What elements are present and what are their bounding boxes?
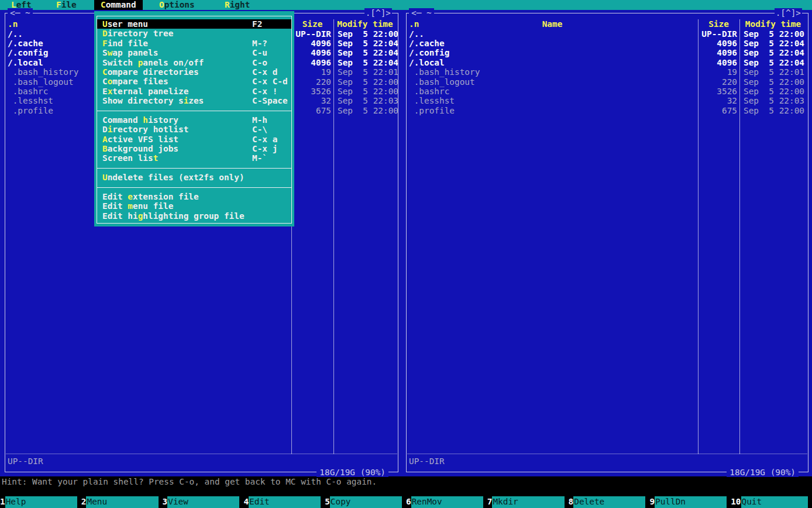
menu-item-swap-panels[interactable]: Swap panelsC-u [97,48,291,57]
menu-bar: LeftFileCommandOptionsRight [0,0,812,10]
hotkey-letter: i [108,125,113,134]
menu-item-background-jobs[interactable]: Background jobsC-x j [97,144,291,153]
menu-item-find-file[interactable]: Find fileM-? [97,39,291,48]
fkey-number: 7 [487,496,493,508]
shell-prompt-line[interactable]: midnight@commander:~$ [2,486,129,496]
file-row[interactable]: /.config4096Sep 5 22:04 [407,48,808,57]
file-row[interactable]: .profile675Sep 5 22:00 [407,106,808,115]
menu-item-undelete-files-ext2fs-only[interactable]: Undelete files (ext2fs only) [97,173,291,182]
panel-path[interactable]: <─ ~ [409,8,434,18]
file-name: .bash_history [409,67,480,77]
file-size: 675 [699,106,737,115]
menu-item-compare-files[interactable]: Compare filesC-x C-d [97,77,291,86]
file-row[interactable]: /.local4096Sep 5 22:04 [407,58,808,67]
file-mtime: Sep 5 22:04 [338,48,398,57]
menu-item-shortcut: C-x C-d [252,77,288,86]
file-row[interactable]: .bashrc3526Sep 5 22:00 [407,87,808,96]
file-mtime: Sep 5 22:04 [744,48,804,57]
menu-item-user-menu[interactable]: User menuF2 [97,19,291,29]
file-size: 4096 [292,39,331,48]
file-name: .profile [8,106,53,115]
fkey-8-delete[interactable]: 8Delete [569,496,650,508]
fkey-label: Delete [573,496,645,508]
file-name: .bashrc [8,87,48,96]
fkey-number: 8 [569,496,574,508]
fkey-5-copy[interactable]: 5Copy [325,496,406,508]
fkey-2-menu[interactable]: 2Menu [81,496,163,508]
fkey-7-mkdir[interactable]: 7Mkdir [487,496,569,508]
menu-item-label: Find file [102,39,148,48]
menu-item-edit-highlighting-group-file[interactable]: Edit highlighting group file [97,211,291,221]
menu-item-label: Edit menu file [102,201,173,211]
menu-right[interactable]: Right [225,0,250,10]
column-header-name[interactable]: Name [407,19,698,29]
fkey-6-renmov[interactable]: 6RenMov [406,496,487,508]
menu-item-shortcut: C-o [252,58,267,67]
menu-item-external-panelize[interactable]: External panelizeC-x ! [97,87,291,96]
menu-item-label: Show directory sizes [102,96,204,105]
hotkey-letter: m [128,201,133,211]
hotkey-letter: g [138,211,143,221]
menu-item-screen-list[interactable]: Screen listM-` [97,153,291,163]
hotkey-letter: F [56,0,61,9]
menu-command[interactable]: Command [94,0,143,10]
column-header-size[interactable]: Size [698,19,739,29]
menu-item-active-vfs-list[interactable]: Active VFS listC-x a [97,135,291,144]
fkey-label: RenMov [411,496,483,508]
file-row[interactable]: .lesshst32Sep 5 22:03 [407,96,808,105]
menu-file[interactable]: File [56,0,77,10]
menu-item-edit-menu-file[interactable]: Edit menu file [97,201,291,211]
panel-controls[interactable]: .[^]> [364,8,392,18]
column-header-mtime[interactable]: Modify time [739,19,807,29]
file-size: 19 [699,67,737,77]
fkey-4-edit[interactable]: 4Edit [243,496,325,508]
menu-item-switch-panels-on-off[interactable]: Switch panels on/offC-o [97,58,291,67]
file-name: /.cache [8,39,43,48]
file-row[interactable]: /.cache4096Sep 5 22:04 [407,39,808,48]
fkey-3-view[interactable]: 3View [163,496,244,508]
column-header-size[interactable]: Size [291,19,333,29]
hotkey-letter: x [108,87,113,96]
menu-item-directory-hotlist[interactable]: Directory hotlistC-\ [97,125,291,134]
hotkey-letter: C [102,67,108,77]
hotkey-letter: o [108,77,113,86]
fkey-1-help[interactable]: 1Help [0,496,81,508]
menu-item-show-directory-sizes[interactable]: Show directory sizesC-Space [97,96,291,105]
hint-line: Hint: Want your plain shell? Press C-o, … [2,477,377,486]
menu-options[interactable]: Options [159,0,195,10]
fkey-label: Mkdir [492,496,564,508]
panel-path[interactable]: <─ ~ [8,8,33,18]
fkey-10-quit[interactable]: 10Quit [731,496,812,508]
menu-item-directory-tree[interactable]: Directory tree [97,29,291,38]
fkey-9-pulldn[interactable]: 9PullDn [649,496,731,508]
file-name: /.. [8,29,23,39]
command-menu-dropdown: User menuF2Directory treeFind fileM-?Swa… [94,11,294,226]
file-mtime: Sep 5 22:00 [744,106,804,115]
file-row[interactable]: .bash_logout220Sep 5 22:00 [407,77,808,87]
menu-item-shortcut: C-x ! [252,87,277,96]
hotkey-letter: R [225,0,230,9]
hotkey-letter: U [102,19,108,29]
menu-item-label: Undelete files (ext2fs only) [102,173,245,182]
menu-item-label: Compare directories [102,67,199,77]
fkey-number: 10 [731,496,741,508]
file-size: 675 [292,106,331,115]
panel-controls[interactable]: .[^]> [775,8,802,18]
file-row[interactable]: .bash_history19Sep 5 22:01 [407,67,808,77]
file-mtime: Sep 5 22:00 [338,106,398,115]
hotkey-letter: h [143,115,148,125]
file-size: 19 [292,67,331,77]
file-row[interactable]: /..UP--DIRSep 5 22:00 [407,29,808,39]
hotkey-letter: F [102,39,108,48]
menu-item-compare-directories[interactable]: Compare directoriesC-x d [97,67,291,77]
hotkey-letter: B [102,144,108,153]
file-size: UP--DIR [292,29,331,39]
menu-item-command-history[interactable]: Command historyM-h [97,115,291,125]
menu-item-edit-extension-file[interactable]: Edit extension file [97,192,291,201]
disk-usage: 18G/19G (90%) [727,468,799,477]
file-name: /.config [409,48,449,57]
menu-separator [97,163,291,173]
fkey-label: Quit [741,496,808,508]
column-header-mtime[interactable]: Modify time [333,19,397,29]
file-size: UP--DIR [699,29,737,39]
